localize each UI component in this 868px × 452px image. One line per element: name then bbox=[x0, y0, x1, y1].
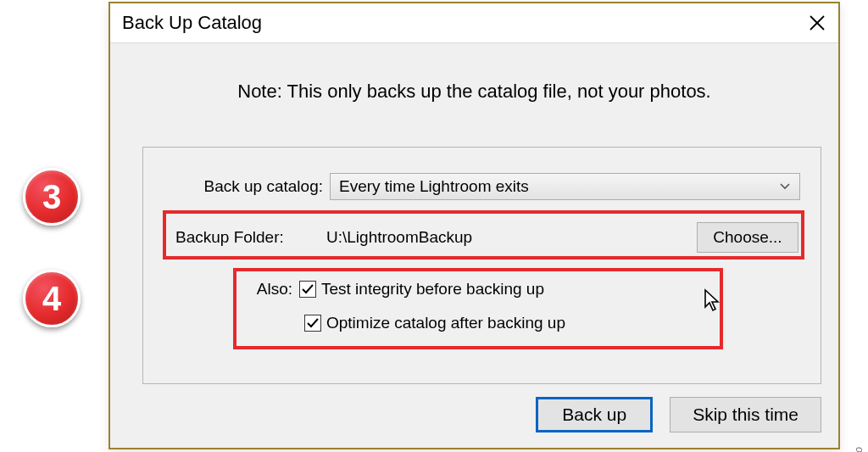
backup-frequency-dropdown[interactable]: Every time Lightroom exits bbox=[330, 173, 800, 200]
backup-catalog-label: Back up catalog: bbox=[169, 177, 330, 196]
dropdown-selected: Every time Lightroom exits bbox=[339, 177, 529, 196]
backup-folder-label: Backup Folder: bbox=[175, 228, 311, 247]
also-row-1: Also: Test integrity before backing up bbox=[248, 280, 544, 299]
choose-button[interactable]: Choose... bbox=[697, 222, 798, 253]
backup-catalog-dialog: Back Up Catalog Note: This only backs up… bbox=[108, 2, 840, 449]
backup-button[interactable]: Back up bbox=[536, 397, 653, 432]
backup-folder-path: U:\LightroomBackup bbox=[311, 228, 697, 247]
annotation-badge-3: 3 bbox=[23, 168, 81, 226]
watermark: © arnoldfoto.no bbox=[853, 447, 865, 452]
backup-folder-row: Backup Folder: U:\LightroomBackup Choose… bbox=[175, 222, 798, 253]
dialog-title: Back Up Catalog bbox=[122, 12, 262, 34]
test-integrity-checkbox[interactable] bbox=[299, 281, 316, 298]
close-icon[interactable] bbox=[808, 14, 826, 32]
skip-button[interactable]: Skip this time bbox=[670, 397, 821, 432]
note-text: Note: This only backs up the catalog fil… bbox=[110, 81, 838, 103]
titlebar: Back Up Catalog bbox=[110, 3, 838, 42]
dialog-body: Note: This only backs up the catalog fil… bbox=[110, 42, 838, 448]
backup-catalog-row: Back up catalog: Every time Lightroom ex… bbox=[169, 173, 800, 200]
optimize-label: Optimize catalog after backing up bbox=[326, 314, 565, 332]
annotation-badge-4: 4 bbox=[23, 270, 81, 327]
optimize-checkbox[interactable] bbox=[304, 315, 321, 332]
also-label: Also: bbox=[248, 280, 299, 299]
test-integrity-label: Test integrity before backing up bbox=[321, 280, 544, 299]
chevron-down-icon bbox=[779, 180, 791, 193]
cursor-icon bbox=[704, 288, 722, 312]
also-row-2: Optimize catalog after backing up bbox=[304, 314, 565, 332]
settings-panel: Back up catalog: Every time Lightroom ex… bbox=[142, 147, 821, 384]
dialog-button-row: Back up Skip this time bbox=[536, 397, 821, 432]
